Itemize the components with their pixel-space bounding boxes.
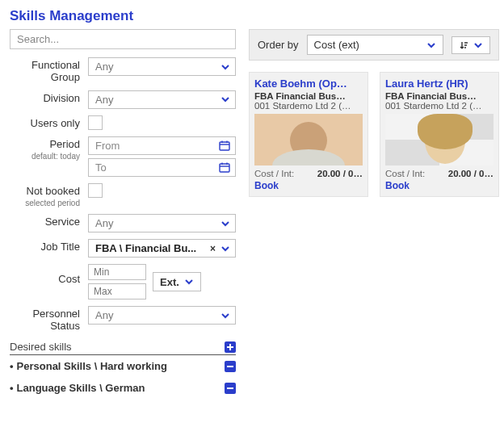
- sort-direction-button[interactable]: [452, 36, 490, 54]
- label-job-title: Job Title: [10, 239, 88, 253]
- chevron-down-icon: [220, 62, 230, 72]
- label-division: Division: [10, 90, 88, 105]
- sort-icon: [459, 40, 468, 50]
- chevron-down-icon: [184, 277, 194, 287]
- card-company: 001 Stardemo Ltd 2 (…: [254, 101, 363, 111]
- card-department: FBA Financial Bus…: [385, 91, 494, 101]
- card-cost-value: 20.00 / 0…: [448, 169, 494, 178]
- label-not-booked: Not booked selected period: [10, 183, 88, 207]
- chevron-down-icon: [220, 94, 230, 104]
- order-by-select[interactable]: Cost (ext): [307, 35, 443, 55]
- calendar-icon: [219, 161, 230, 173]
- service-select[interactable]: Any: [88, 214, 236, 232]
- chevron-down-icon: [220, 244, 230, 253]
- card-name: Kate Boehm (Op…: [254, 77, 363, 90]
- functional-group-select[interactable]: Any: [88, 57, 236, 76]
- add-skill-icon[interactable]: [225, 341, 236, 353]
- users-only-checkbox[interactable]: [88, 115, 103, 130]
- card-name: Laura Hertz (HR): [385, 77, 494, 90]
- result-card[interactable]: Laura Hertz (HR) FBA Financial Bus… 001 …: [380, 72, 499, 197]
- period-to-input[interactable]: To: [88, 158, 236, 177]
- division-value: Any: [95, 94, 113, 106]
- book-link[interactable]: Book: [254, 180, 279, 191]
- personnel-status-select[interactable]: Any: [88, 306, 236, 325]
- card-company: 001 Stardemo Ltd 2 (…: [385, 101, 494, 111]
- chevron-down-icon: [473, 40, 483, 50]
- remove-skill-icon[interactable]: [225, 361, 236, 372]
- label-personnel-status: Personnel Status: [10, 306, 88, 333]
- chevron-down-icon: [426, 40, 436, 50]
- order-bar: Order by Cost (ext): [249, 29, 499, 61]
- svg-rect-0: [220, 142, 229, 150]
- page-title: Skills Management: [10, 8, 494, 24]
- service-value: Any: [95, 217, 113, 229]
- avatar: [385, 114, 494, 165]
- book-link[interactable]: Book: [385, 180, 410, 191]
- order-by-value: Cost (ext): [314, 39, 359, 51]
- label-order-by: Order by: [258, 39, 299, 51]
- calendar-icon: [219, 140, 230, 151]
- job-title-select[interactable]: FBA \ Financial Bu... ×: [88, 239, 236, 258]
- label-cost: Cost: [10, 264, 88, 286]
- skill-item: •Language Skills \ German: [10, 377, 236, 399]
- svg-rect-4: [220, 164, 229, 172]
- skill-item: •Personal Skills \ Hard working: [10, 355, 236, 377]
- functional-group-value: Any: [95, 61, 113, 73]
- chevron-down-icon: [220, 311, 230, 320]
- clear-icon[interactable]: ×: [210, 243, 216, 254]
- remove-skill-icon[interactable]: [225, 383, 236, 394]
- not-booked-checkbox[interactable]: [88, 183, 103, 198]
- desired-skills-header: Desired skills: [10, 339, 236, 355]
- card-cost-label: Cost / Int:: [254, 169, 294, 178]
- skill-text: Personal Skills \ Hard working: [17, 360, 167, 372]
- cost-min-input[interactable]: [88, 264, 146, 280]
- job-title-value: FBA \ Financial Bu...: [95, 242, 196, 254]
- result-card[interactable]: Kate Boehm (Op… FBA Financial Bus… 001 S…: [249, 72, 368, 197]
- label-period: Period default: today: [10, 136, 88, 161]
- personnel-status-value: Any: [95, 309, 113, 321]
- avatar: [254, 114, 363, 165]
- period-from-input[interactable]: From: [88, 136, 236, 155]
- chevron-down-icon: [220, 219, 230, 228]
- card-cost-label: Cost / Int:: [385, 169, 425, 178]
- label-users-only: Users only: [10, 115, 88, 130]
- cost-type-select[interactable]: Ext.: [153, 272, 201, 291]
- skill-text: Language Skills \ German: [17, 382, 145, 394]
- label-service: Service: [10, 214, 88, 228]
- label-functional-group: Functional Group: [10, 57, 88, 84]
- card-department: FBA Financial Bus…: [254, 91, 363, 101]
- search-input[interactable]: [10, 29, 236, 49]
- division-select[interactable]: Any: [88, 90, 236, 109]
- card-cost-value: 20.00 / 0…: [317, 169, 363, 178]
- cost-max-input[interactable]: [88, 283, 146, 299]
